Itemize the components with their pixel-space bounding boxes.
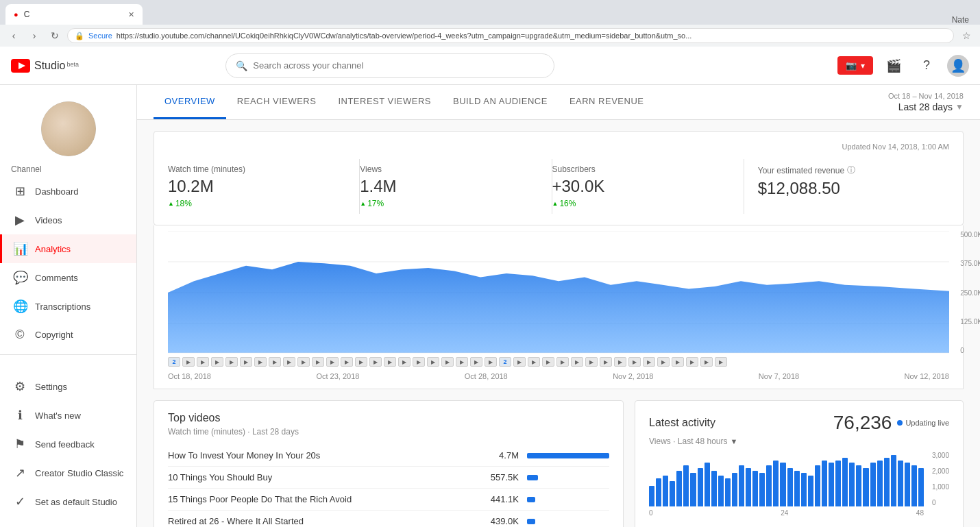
video-marker[interactable]: ▶ — [283, 357, 295, 367]
video-bar-container — [527, 497, 609, 502]
tab-reach-viewers[interactable]: Reach Viewers — [226, 85, 328, 119]
video-marker[interactable]: ▶ — [600, 357, 612, 367]
sidebar-item-copyright[interactable]: © Copyright — [0, 321, 136, 349]
sidebar-label-settings: Settings — [35, 382, 67, 392]
browser-tab[interactable]: ● C ✕ — [5, 4, 143, 25]
search-bar[interactable]: 🔍 — [225, 53, 554, 78]
video-bar-container — [527, 519, 609, 524]
activity-subtitle-text: Views · Last 48 hours — [649, 437, 728, 446]
video-marker[interactable]: ▶ — [369, 357, 382, 367]
sidebar-item-set-default[interactable]: ✓ Set as default Studio — [0, 487, 136, 516]
activity-dropdown-icon[interactable]: ▼ — [731, 437, 738, 445]
refresh-button[interactable]: ↻ — [47, 27, 63, 44]
activity-bar — [905, 463, 910, 506]
video-name[interactable]: 15 Things Poor People Do That the Rich A… — [168, 494, 476, 504]
activity-bar — [649, 486, 654, 506]
video-name[interactable]: Retired at 26 - Where It All Started — [168, 516, 476, 526]
revenue-info-icon[interactable]: ⓘ — [847, 164, 855, 176]
video-name[interactable]: 10 Things You Should Buy — [168, 472, 476, 482]
video-marker[interactable]: ▶ — [182, 357, 195, 367]
video-marker[interactable]: ▶ — [384, 357, 396, 367]
tab-close-button[interactable]: ✕ — [128, 10, 134, 19]
address-bar[interactable]: 🔒 Secure https://studio.youtube.com/chan… — [67, 28, 954, 43]
video-marker[interactable]: ▶ — [614, 357, 626, 367]
video-marker[interactable]: ▶ — [585, 357, 598, 367]
video-marker[interactable]: ▶ — [485, 357, 497, 367]
video-marker[interactable]: ▶ — [657, 357, 670, 367]
video-name[interactable]: How To Invest Your Money In Your 20s — [168, 450, 476, 461]
search-input[interactable] — [253, 60, 544, 71]
activity-bar — [683, 465, 689, 506]
stat-card-revenue: Your estimated revenue ⓘ $12,088.50 — [744, 159, 949, 214]
video-marker[interactable]: ▶ — [398, 357, 411, 367]
sidebar-item-feedback[interactable]: ⚑ Send feedback — [0, 430, 136, 458]
tabs-bar: Overview Reach Viewers Interest Viewers … — [137, 85, 980, 120]
stats-header: Updated Nov 14, 2018, 1:00 AM — [168, 143, 949, 151]
video-marker[interactable]: ▶ — [312, 357, 324, 367]
video-marker[interactable]: ▶ — [470, 357, 482, 367]
bookmark-button[interactable]: ☆ — [958, 27, 975, 44]
sidebar-item-dashboard[interactable]: ⊞ Dashboard — [0, 177, 136, 206]
video-marker[interactable]: ▶ — [628, 357, 641, 367]
video-marker[interactable]: ▶ — [643, 357, 655, 367]
create-button[interactable]: 📷 ▾ — [837, 56, 873, 75]
video-marker[interactable]: 2 — [499, 357, 511, 367]
tab-interest-viewers[interactable]: Interest Viewers — [327, 85, 442, 119]
sidebar-item-videos[interactable]: ▶ Videos — [0, 206, 136, 234]
video-marker[interactable]: ▶ — [456, 357, 468, 367]
video-marker[interactable]: ▶ — [225, 357, 238, 367]
activity-bar — [891, 455, 896, 506]
back-button[interactable]: ‹ — [5, 27, 22, 44]
sidebar-item-whats-new[interactable]: ℹ What's new — [0, 401, 136, 430]
video-list-item: 15 Things Poor People Do That the Rich A… — [168, 489, 609, 511]
transcriptions-icon: 🌐 — [13, 299, 27, 314]
forward-button[interactable]: › — [26, 27, 42, 44]
sidebar-avatar-section — [0, 90, 136, 164]
logo[interactable]: Studio beta — [11, 59, 79, 73]
activity-y-labels: 3,000 2,000 1,000 0 — [932, 452, 949, 506]
video-marker[interactable]: ▶ — [326, 357, 339, 367]
feedback-icon: ⚑ — [13, 437, 27, 452]
video-marker[interactable]: ▶ — [341, 357, 353, 367]
video-marker[interactable]: ▶ — [297, 357, 310, 367]
avatar[interactable]: 👤 — [947, 55, 969, 77]
sidebar-item-comments[interactable]: 💬 Comments — [0, 263, 136, 292]
sidebar: Channel ⊞ Dashboard ▶ Videos 📊 Analytics… — [0, 85, 137, 527]
video-marker[interactable]: ▶ — [672, 357, 684, 367]
video-marker[interactable]: ▶ — [542, 357, 554, 367]
video-marker[interactable]: ▶ — [571, 357, 583, 367]
copyright-icon: © — [13, 328, 27, 342]
tab-overview[interactable]: Overview — [154, 85, 226, 119]
video-marker[interactable]: 2 — [168, 357, 180, 367]
tab-earn-revenue[interactable]: Earn Revenue — [559, 85, 655, 119]
video-marker[interactable]: ▶ — [715, 357, 727, 367]
video-marker[interactable]: ▶ — [269, 357, 281, 367]
video-camera-button[interactable]: 🎬 — [881, 53, 906, 78]
tab-build-audience[interactable]: Build an Audience — [442, 85, 559, 119]
video-marker[interactable]: ▶ — [441, 357, 454, 367]
channel-avatar[interactable] — [41, 101, 96, 156]
activity-bar — [766, 465, 772, 506]
activity-bar — [808, 476, 813, 506]
video-marker[interactable]: ▶ — [556, 357, 569, 367]
video-marker[interactable]: ▶ — [211, 357, 223, 367]
sidebar-item-creator-classic[interactable]: ↗ Creator Studio Classic — [0, 458, 136, 487]
video-marker[interactable]: ▶ — [413, 357, 425, 367]
date-range-selector[interactable]: Oct 18 – Nov 14, 2018 Last 28 days ▼ — [888, 92, 964, 112]
activity-bar — [856, 465, 861, 506]
sidebar-item-settings[interactable]: ⚙ Settings — [0, 372, 136, 401]
activity-bar — [670, 481, 675, 507]
video-marker[interactable]: ▶ — [686, 357, 698, 367]
video-marker[interactable]: ▶ — [528, 357, 540, 367]
video-marker[interactable]: ▶ — [254, 357, 267, 367]
video-marker[interactable]: ▶ — [427, 357, 439, 367]
sidebar-item-transcriptions[interactable]: 🌐 Transcriptions — [0, 292, 136, 321]
video-list-item: 10 Things You Should Buy 557.5K — [168, 467, 609, 489]
video-marker[interactable]: ▶ — [355, 357, 367, 367]
video-marker[interactable]: ▶ — [513, 357, 526, 367]
video-marker[interactable]: ▶ — [197, 357, 209, 367]
video-marker[interactable]: ▶ — [240, 357, 252, 367]
video-marker[interactable]: ▶ — [700, 357, 713, 367]
help-button[interactable]: ? — [914, 53, 939, 78]
sidebar-item-analytics[interactable]: 📊 Analytics — [0, 234, 136, 263]
